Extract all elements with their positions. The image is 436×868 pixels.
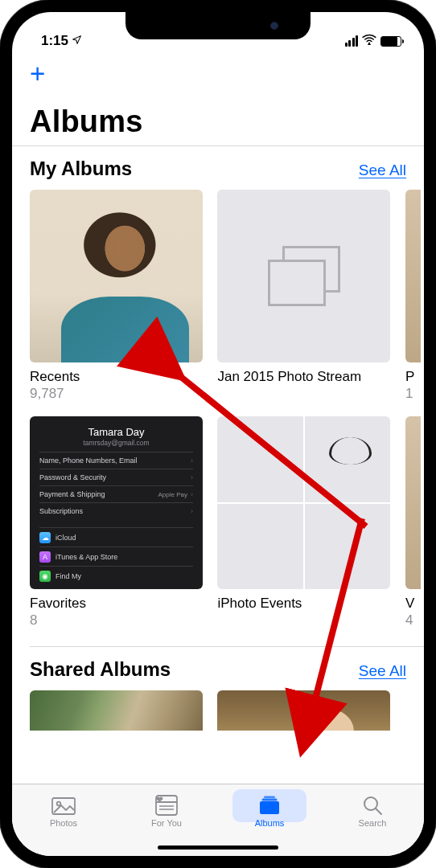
svg-rect-11 [264, 796, 275, 799]
album-count: 9,787 [30, 385, 203, 402]
status-time: 1:15 [41, 33, 68, 49]
shared-albums-see-all[interactable]: See All [359, 662, 406, 680]
shared-albums-heading: Shared Albums [30, 658, 171, 681]
tab-search[interactable]: Search [321, 784, 424, 838]
album-thumbnail [30, 190, 203, 362]
tab-label: For You [151, 818, 182, 828]
findmy-icon: ◉ [39, 571, 51, 582]
tab-label: Search [359, 818, 387, 828]
tab-albums[interactable]: Albums [218, 784, 321, 838]
photos-icon [51, 795, 76, 816]
notch [125, 12, 311, 39]
battery-icon [380, 36, 401, 47]
album-name: P [405, 362, 421, 385]
my-albums-heading: My Albums [30, 158, 132, 180]
album-thumbnail: Tamara Day tamrsday@gmail.com Name, Phon… [30, 416, 203, 589]
itunes-icon: A [39, 551, 51, 563]
cellular-signal-icon [345, 35, 359, 47]
album-thumbnail [217, 416, 390, 589]
wifi-icon [362, 33, 376, 49]
tab-label: Albums [255, 818, 285, 828]
album-count: 4 [405, 612, 421, 628]
album-name: Recents [30, 362, 203, 385]
shared-albums-row[interactable] [12, 690, 424, 731]
screen: 1:15 + Albums My Albums S [12, 12, 424, 856]
album-name: iPhoto Events [217, 589, 390, 612]
my-albums-row-1[interactable]: Recents 9,787 Jan 2015 Photo Stream P 1 [12, 190, 424, 402]
tab-for-you[interactable]: For You [115, 784, 218, 838]
tab-photos[interactable]: Photos [12, 784, 115, 838]
my-albums-see-all[interactable]: See All [359, 162, 406, 179]
search-icon [360, 795, 385, 816]
shared-album-item[interactable] [30, 690, 203, 731]
svg-rect-9 [260, 801, 279, 814]
shared-album-item[interactable] [217, 690, 390, 731]
page-title: Albums [12, 87, 424, 145]
settings-profile-name: Tamara Day [39, 424, 193, 439]
for-you-icon [154, 795, 179, 816]
album-name: V [405, 589, 421, 612]
svg-line-13 [376, 809, 381, 814]
album-name: Jan 2015 Photo Stream [217, 362, 390, 385]
album-partial[interactable]: V 4 [405, 416, 421, 628]
album-partial[interactable]: P 1 [405, 190, 421, 402]
album-thumbnail [405, 190, 421, 362]
album-iphoto-events[interactable]: iPhoto Events [217, 416, 390, 612]
album-count: 8 [30, 612, 203, 628]
svg-point-0 [368, 43, 370, 44]
album-recents[interactable]: Recents 9,787 [30, 190, 203, 402]
album-name: Favorites [30, 589, 203, 612]
svg-rect-10 [262, 799, 278, 801]
album-count [217, 385, 390, 386]
tab-label: Photos [50, 818, 77, 828]
device-frame: 1:15 + Albums My Albums S [0, 0, 436, 868]
svg-point-4 [57, 802, 61, 806]
home-indicator[interactable] [158, 845, 278, 850]
my-albums-row-2[interactable]: Tamara Day tamrsday@gmail.com Name, Phon… [12, 416, 424, 628]
settings-profile-email: tamrsday@gmail.com [39, 439, 193, 452]
album-count [217, 612, 390, 612]
album-thumbnail [217, 190, 390, 362]
location-services-icon [72, 35, 82, 47]
add-button[interactable]: + [30, 59, 45, 88]
albums-icon [257, 795, 282, 816]
album-photo-stream[interactable]: Jan 2015 Photo Stream [217, 190, 390, 386]
photo-stack-icon [268, 246, 340, 306]
icloud-icon: ☁ [39, 532, 51, 543]
album-favorites[interactable]: Tamara Day tamrsday@gmail.com Name, Phon… [30, 416, 203, 628]
album-count: 1 [405, 385, 421, 402]
album-thumbnail [405, 416, 421, 589]
